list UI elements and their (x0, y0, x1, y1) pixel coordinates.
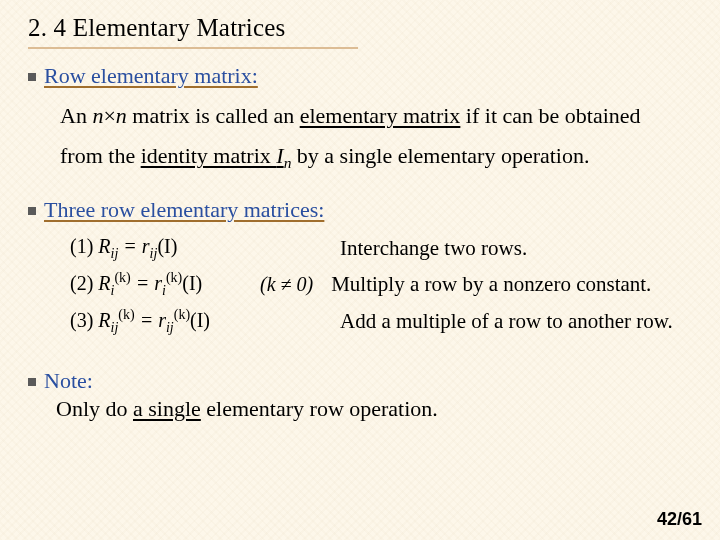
term-identity-matrix: identity matrix (141, 143, 277, 168)
text: matrix is called an (127, 103, 300, 128)
definition-line-1: An n×n matrix is called an elementary ma… (60, 103, 702, 129)
text: elementary row operation. (201, 396, 438, 421)
equation-row-2: (2) Ri(k) = ri(k)(I) (k ≠ 0) Multiply a … (70, 270, 702, 299)
desc-add-multiple: Add a multiple of a row to another row. (340, 309, 673, 334)
var-n: n (92, 103, 103, 128)
var-n: n (116, 103, 127, 128)
term-elementary-matrix: elementary matrix (300, 103, 461, 128)
desc-multiply: Multiply a row by a nonzero constant. (331, 272, 651, 297)
condition-k-nonzero: (k ≠ 0) (260, 273, 313, 296)
equation-list: (1) Rij = rij(I) Interchange two rows. (… (70, 235, 702, 335)
square-bullet-icon (28, 73, 36, 81)
square-bullet-icon (28, 378, 36, 386)
bullet-item-note: Note: (28, 368, 702, 394)
page-number: 42/61 (657, 509, 702, 530)
bullet-item-1: Row elementary matrix: (28, 63, 702, 89)
equation-3: (3) Rij(k) = rij(k)(I) (70, 307, 260, 336)
equation-2: (2) Ri(k) = ri(k)(I) (70, 270, 260, 299)
emph-a-single: a single (133, 396, 201, 421)
term-three-row: Three row elementary matrices: (44, 197, 324, 223)
term-row-elementary: Row elementary matrix: (44, 63, 258, 89)
text: by a single elementary operation. (291, 143, 589, 168)
slide-page: 2. 4 Elementary Matrices Row elementary … (0, 0, 720, 540)
definition-line-2: from the identity matrix In by a single … (60, 143, 702, 173)
note-label: Note: (44, 368, 93, 394)
text: if it can be obtained (460, 103, 640, 128)
bullet-item-2: Three row elementary matrices: (28, 197, 702, 223)
text: Only do (56, 396, 133, 421)
note-body: Only do a single elementary row operatio… (56, 396, 702, 422)
times-icon: × (103, 103, 115, 128)
text: from the (60, 143, 141, 168)
section-heading: 2. 4 Elementary Matrices (28, 14, 358, 49)
equation-1: (1) Rij = rij(I) (70, 235, 260, 262)
equation-row-1: (1) Rij = rij(I) Interchange two rows. (70, 235, 702, 262)
equation-row-3: (3) Rij(k) = rij(k)(I) Add a multiple of… (70, 307, 702, 336)
desc-interchange: Interchange two rows. (340, 236, 527, 261)
square-bullet-icon (28, 207, 36, 215)
text: An (60, 103, 92, 128)
var-I: I (276, 143, 283, 168)
